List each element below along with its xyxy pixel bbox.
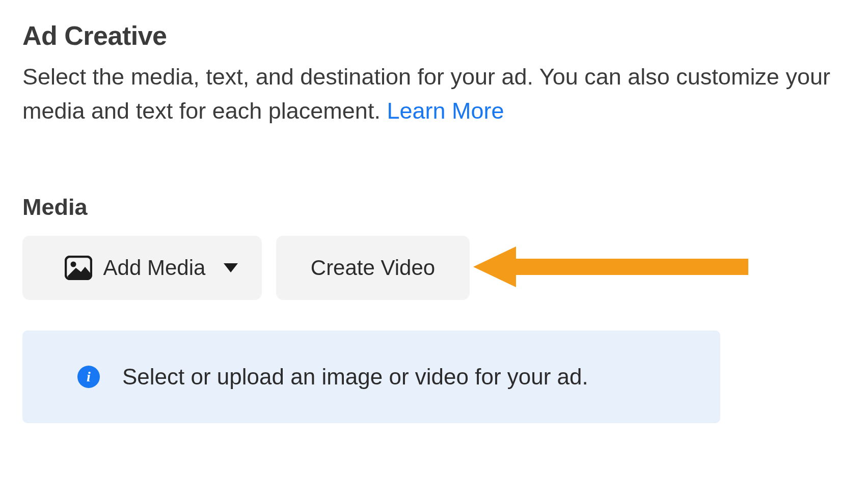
create-video-label: Create Video [311,256,435,280]
media-button-row: Add Media Create Video [22,236,848,300]
image-icon [65,256,92,280]
add-media-label: Add Media [103,256,206,280]
svg-marker-2 [473,246,748,287]
section-description: Select the media, text, and destination … [22,60,848,128]
info-icon: i [77,366,100,388]
annotation-arrow [473,244,748,291]
media-label: Media [22,194,848,220]
add-media-button[interactable]: Add Media [22,236,262,300]
section-title: Ad Creative [22,20,848,51]
create-video-button[interactable]: Create Video [276,236,470,300]
caret-down-icon [224,263,238,272]
media-section: Media Add Media Create Video [22,194,848,423]
svg-point-1 [70,262,76,267]
ad-creative-panel: Ad Creative Select the media, text, and … [0,0,868,497]
info-banner: i Select or upload an image or video for… [22,330,720,423]
learn-more-link[interactable]: Learn More [387,98,504,124]
info-text: Select or upload an image or video for y… [122,364,588,390]
